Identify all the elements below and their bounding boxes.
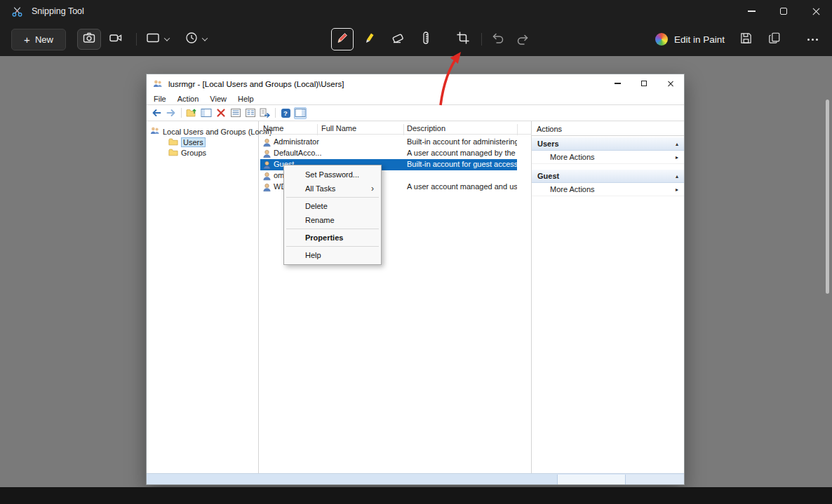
snip-shape-dropdown[interactable] xyxy=(142,29,173,50)
titlebar: Snipping Tool xyxy=(0,0,832,22)
lusrmgr-window-icon xyxy=(153,79,163,88)
close-icon xyxy=(812,7,821,16)
snipping-tool-app: Snipping Tool + New xyxy=(0,0,832,504)
tree-root-label: Local Users and Groups (Local) xyxy=(163,128,271,136)
context-menu-all-tasks: All Tasks › xyxy=(284,182,381,196)
new-snip-button[interactable]: + New xyxy=(11,29,66,50)
captured-screenshot-lusrmgr-window: lusrmgr - [Local Users and Groups (Local… xyxy=(146,74,685,485)
console-tree-icon xyxy=(200,107,213,119)
highlighter-tool-button[interactable] xyxy=(358,28,381,50)
lusrmgr-body: Local Users and Groups (Local) Users Gro… xyxy=(147,121,684,473)
action-pane-toggle-icon xyxy=(294,107,307,119)
lusrmgr-toolbar: ? xyxy=(147,105,684,121)
context-menu-properties: Properties xyxy=(284,231,381,245)
camera-icon xyxy=(82,31,96,48)
user-icon xyxy=(262,138,271,149)
context-menu-delete: Delete xyxy=(284,199,381,213)
ruler-tool-button[interactable] xyxy=(415,28,437,50)
close-button[interactable] xyxy=(800,0,832,22)
menu-help: Help xyxy=(232,95,260,103)
menu-separator xyxy=(286,197,379,198)
column-separator xyxy=(403,124,404,135)
pen-icon xyxy=(335,31,349,48)
tree-item-users-label: Users xyxy=(181,137,206,147)
close-icon xyxy=(667,80,674,87)
export-list-icon xyxy=(259,107,271,119)
rectangle-mode-icon xyxy=(146,32,160,46)
context-menu-set-password: Set Password... xyxy=(284,168,381,182)
submenu-arrow-icon: › xyxy=(371,184,374,193)
copy-icon xyxy=(768,32,781,47)
pen-tool-button[interactable] xyxy=(331,28,354,50)
more-options-button[interactable] xyxy=(800,28,824,50)
chevron-down-icon xyxy=(202,35,208,41)
toolbar-separator xyxy=(275,108,276,118)
lusrmgr-maximize-button xyxy=(631,74,657,93)
lusrmgr-window-controls xyxy=(604,74,684,93)
maximize-button[interactable] xyxy=(767,0,800,22)
chevron-down-icon xyxy=(164,35,170,41)
up-one-level-icon xyxy=(185,107,198,119)
actions-pane: Actions Users ▴ More Actions ▸ Guest ▴ xyxy=(532,121,684,473)
paint-icon xyxy=(655,33,668,46)
ruler-icon xyxy=(419,31,433,48)
minimize-icon xyxy=(748,11,756,11)
snipping-tool-logo-icon xyxy=(11,6,23,18)
menu-file: File xyxy=(148,95,172,103)
column-description: Description xyxy=(407,124,445,132)
video-camera-icon xyxy=(109,31,123,48)
list-header: Name Full Name Description xyxy=(259,123,532,135)
crop-tool-button[interactable] xyxy=(452,28,474,50)
timer-icon xyxy=(185,32,198,47)
main-toolbar: + New xyxy=(0,22,832,56)
users-groups-icon xyxy=(150,126,160,137)
edit-in-paint-button[interactable]: Edit in Paint xyxy=(651,28,729,50)
guest-context-menu: Set Password... All Tasks › Delete Renam… xyxy=(283,165,382,265)
user-icon xyxy=(262,161,271,171)
tree-item-users: Users xyxy=(147,137,258,147)
snip-delay-dropdown[interactable] xyxy=(181,29,211,50)
save-button[interactable] xyxy=(734,28,758,50)
user-icon xyxy=(262,149,271,160)
window-bottom-edge xyxy=(0,487,832,504)
redo-button[interactable] xyxy=(511,28,534,50)
column-separator xyxy=(517,124,518,135)
app-title: Snipping Tool xyxy=(32,6,84,16)
back-icon xyxy=(150,107,163,119)
eraser-tool-button[interactable] xyxy=(387,28,409,50)
user-icon xyxy=(262,183,271,193)
toolbar-separator xyxy=(181,108,182,118)
canvas-vertical-scrollbar[interactable] xyxy=(826,100,829,294)
collapse-icon: ▴ xyxy=(676,173,678,179)
video-snip-mode-button[interactable] xyxy=(104,29,128,50)
column-name: Name xyxy=(263,124,283,132)
edit-in-paint-label: Edit in Paint xyxy=(674,34,725,45)
new-label: New xyxy=(35,34,53,45)
minimize-button[interactable] xyxy=(735,0,767,22)
menu-separator xyxy=(286,229,379,229)
undo-icon xyxy=(491,31,505,48)
maximize-icon xyxy=(780,8,787,15)
plus-icon: + xyxy=(24,34,30,45)
menu-separator xyxy=(286,246,379,247)
more-actions-arrow-icon: ▸ xyxy=(676,186,678,193)
folder-icon xyxy=(168,148,178,158)
list-view-icon xyxy=(229,107,242,119)
context-menu-help: Help xyxy=(284,248,381,262)
help-icon: ? xyxy=(279,107,292,119)
lusrmgr-window-title: lusrmgr - [Local Users and Groups (Local… xyxy=(168,80,344,88)
folder-icon xyxy=(168,137,178,147)
snip-canvas[interactable]: lusrmgr - [Local Users and Groups (Local… xyxy=(0,56,832,487)
menu-action: Action xyxy=(172,95,205,103)
user-icon xyxy=(262,172,271,182)
crop-icon xyxy=(456,31,470,48)
column-separator xyxy=(317,124,318,135)
toolbar-divider xyxy=(136,33,137,46)
undo-button[interactable] xyxy=(487,28,509,50)
more-actions-arrow-icon: ▸ xyxy=(676,154,678,161)
actions-section-guest-header: Guest ▴ xyxy=(532,170,684,183)
photo-snip-mode-button[interactable] xyxy=(77,29,101,50)
list-row-administrator: Administrator Built-in account for admin… xyxy=(259,137,532,148)
copy-button[interactable] xyxy=(763,28,786,50)
lusrmgr-titlebar: lusrmgr - [Local Users and Groups (Local… xyxy=(147,74,684,93)
